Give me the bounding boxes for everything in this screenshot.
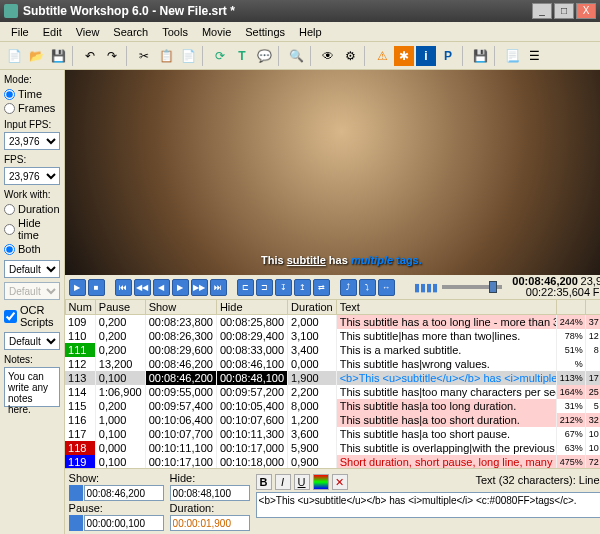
- skip-fwd-icon[interactable]: ▶▶: [191, 279, 208, 296]
- preset1-select[interactable]: Default: [4, 260, 60, 278]
- pascal-icon[interactable]: P: [438, 46, 458, 66]
- video-preview[interactable]: This subtitle has multiple tags.: [65, 70, 600, 275]
- sort-icon[interactable]: ☰: [524, 46, 544, 66]
- underline-button[interactable]: U: [294, 474, 310, 490]
- error-icon[interactable]: ⚠: [372, 46, 392, 66]
- redo-icon[interactable]: ↷: [102, 46, 122, 66]
- skip-fwd2-icon[interactable]: ⏭: [210, 279, 227, 296]
- refresh-icon[interactable]: ⟳: [210, 46, 230, 66]
- save2-icon[interactable]: 💾: [470, 46, 490, 66]
- col-hide[interactable]: Hide: [216, 300, 287, 315]
- menu-view[interactable]: View: [69, 24, 107, 40]
- caption-icon[interactable]: 💬: [254, 46, 274, 66]
- table-row[interactable]: 1141:06,90000:09:55,00000:09:57,2002,200…: [65, 385, 600, 399]
- text-count-label: Text (32 characters):: [476, 474, 576, 490]
- mark-out-icon[interactable]: ⊐: [256, 279, 273, 296]
- table-row[interactable]: 1180,00000:10:11,10000:10:17,0005,900Thi…: [65, 441, 600, 455]
- ocr-checkbox[interactable]: OCR Scripts: [4, 304, 60, 328]
- color-button[interactable]: [313, 474, 329, 490]
- play-icon[interactable]: ▶: [69, 279, 86, 296]
- subtitle-grid[interactable]: NumPauseShowHideDurationText 1090,20000:…: [65, 299, 600, 468]
- window-title: Subtitle Workshop 6.0 - New File.srt *: [23, 4, 530, 18]
- copy-icon[interactable]: 📋: [156, 46, 176, 66]
- ocr-select[interactable]: Default: [4, 332, 60, 350]
- preset2-select[interactable]: Default: [4, 282, 60, 300]
- clear-button[interactable]: ✕: [332, 474, 348, 490]
- step-back-icon[interactable]: ◀: [153, 279, 170, 296]
- preview-icon[interactable]: 👁: [318, 46, 338, 66]
- table-row[interactable]: 1161,00000:10:06,40000:10:07,6001,200Thi…: [65, 413, 600, 427]
- open-icon[interactable]: 📂: [26, 46, 46, 66]
- italic-button[interactable]: I: [275, 474, 291, 490]
- duration-label: Duration:: [170, 502, 250, 514]
- table-row[interactable]: 11213,20000:08:46,20000:08:46,1000,000Th…: [65, 357, 600, 371]
- close-button[interactable]: X: [576, 3, 596, 19]
- stop-icon[interactable]: ■: [88, 279, 105, 296]
- shift-icon[interactable]: ↔: [378, 279, 395, 296]
- table-row[interactable]: 1090,20000:08:23,80000:08:25,8002,000Thi…: [65, 315, 600, 330]
- menu-settings[interactable]: Settings: [238, 24, 292, 40]
- set-start-icon[interactable]: ↧: [275, 279, 292, 296]
- text-icon[interactable]: T: [232, 46, 252, 66]
- fps-label: FPS:: [4, 154, 60, 165]
- undo-icon[interactable]: ↶: [80, 46, 100, 66]
- mode-frames-radio[interactable]: Frames: [4, 101, 60, 115]
- mode-time-radio[interactable]: Time: [4, 87, 60, 101]
- menu-edit[interactable]: Edit: [36, 24, 69, 40]
- skip-back2-icon[interactable]: ⏮: [115, 279, 132, 296]
- mark-in-icon[interactable]: ⊏: [237, 279, 254, 296]
- text-input[interactable]: <b>This <u>subtitle</u></b> has <i>multi…: [256, 492, 600, 518]
- show-pad-icon[interactable]: [69, 485, 83, 501]
- mode-label: Mode:: [4, 74, 60, 85]
- menu-help[interactable]: Help: [292, 24, 329, 40]
- pause-pad-icon[interactable]: [69, 515, 83, 531]
- save-icon[interactable]: 💾: [48, 46, 68, 66]
- next-sub-icon[interactable]: ⤵: [359, 279, 376, 296]
- menu-bar: File Edit View Search Tools Movie Settin…: [0, 22, 600, 42]
- table-row[interactable]: 1150,20000:09:57,40000:10:05,4008,000Thi…: [65, 399, 600, 413]
- paste-icon[interactable]: 📄: [178, 46, 198, 66]
- playback-bar: ▶ ■ ⏮ ◀◀ ◀ ▶ ▶▶ ⏭ ⊏ ⊐ ↧ ↥ ⇄ ⤴ ⤵ ↔ ▮▮▮▮ 0…: [65, 275, 600, 299]
- col-num[interactable]: Num: [65, 300, 95, 315]
- notes-area[interactable]: You can write any notes here.: [4, 367, 60, 407]
- table-row[interactable]: 1190,10000:10:17,10000:10:18,0000,900Sho…: [65, 455, 600, 468]
- new-icon[interactable]: 📄: [4, 46, 24, 66]
- col-text[interactable]: Text: [336, 300, 556, 315]
- table-row[interactable]: 1170,10000:10:07,70000:10:11,3003,600Thi…: [65, 427, 600, 441]
- doc-icon[interactable]: 📃: [502, 46, 522, 66]
- find-icon[interactable]: 🔍: [286, 46, 306, 66]
- skip-back-icon[interactable]: ◀◀: [134, 279, 151, 296]
- menu-movie[interactable]: Movie: [195, 24, 238, 40]
- col-show[interactable]: Show: [145, 300, 216, 315]
- step-fwd-icon[interactable]: ▶: [172, 279, 189, 296]
- col-duration[interactable]: Duration: [288, 300, 337, 315]
- input-fps-select[interactable]: 23,976: [4, 132, 60, 150]
- sync-icon[interactable]: ⇄: [313, 279, 330, 296]
- seek-slider[interactable]: [442, 285, 502, 289]
- maximize-button[interactable]: □: [554, 3, 574, 19]
- prev-sub-icon[interactable]: ⤴: [340, 279, 357, 296]
- menu-tools[interactable]: Tools: [155, 24, 195, 40]
- menu-search[interactable]: Search: [106, 24, 155, 40]
- minimize-button[interactable]: _: [532, 3, 552, 19]
- table-row[interactable]: 1130,10000:08:46,20000:08:48,1001,900<b>…: [65, 371, 600, 385]
- table-row[interactable]: 1110,20000:08:29,60000:08:33,0003,400Thi…: [65, 343, 600, 357]
- hide-input[interactable]: [170, 485, 250, 501]
- show-input[interactable]: [84, 485, 164, 501]
- asterisk-icon[interactable]: ✱: [394, 46, 414, 66]
- time-display: 00:08:46,200 23,976 00:22:35,604 FPS: [506, 276, 600, 298]
- menu-file[interactable]: File: [4, 24, 36, 40]
- fps-select[interactable]: 23,976: [4, 167, 60, 185]
- work-both-radio[interactable]: Both: [4, 242, 60, 256]
- settings-icon[interactable]: ⚙: [340, 46, 360, 66]
- pause-input[interactable]: [84, 515, 164, 531]
- work-duration-radio[interactable]: Duration: [4, 202, 60, 216]
- bold-button[interactable]: B: [256, 474, 272, 490]
- work-hide-radio[interactable]: Hide time: [4, 216, 60, 242]
- table-row[interactable]: 1100,20000:08:26,30000:08:29,4003,100Thi…: [65, 329, 600, 343]
- cut-icon[interactable]: ✂: [134, 46, 154, 66]
- col-pause[interactable]: Pause: [95, 300, 145, 315]
- duration-input[interactable]: [170, 515, 250, 531]
- info-icon[interactable]: i: [416, 46, 436, 66]
- set-end-icon[interactable]: ↥: [294, 279, 311, 296]
